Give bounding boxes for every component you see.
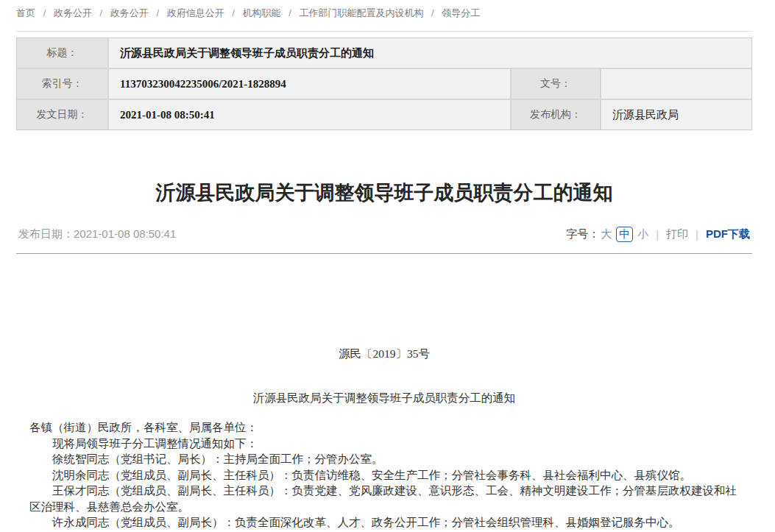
document-content: 源民〔2019〕35号 沂源县民政局关于调整领导班子成员职责分工的通知 各镇（街… — [16, 347, 752, 531]
breadcrumb-item-home[interactable]: 首页 — [16, 7, 35, 18]
pdf-download-button[interactable]: PDF下载 — [706, 227, 750, 241]
meta-index-label: 索引号： — [17, 69, 107, 99]
breadcrumb: 首页 / 政务公开 / 政务公开 / 政府信息公开 / 机构职能 / 工作部门职… — [16, 0, 752, 32]
paragraph: 各镇（街道）民政所，各科室、局属各单位： — [29, 419, 743, 436]
breadcrumb-item-zhengwu-1[interactable]: 政务公开 — [54, 7, 92, 18]
meta-title-value: 沂源县民政局关于调整领导班子成员职责分工的通知 — [109, 38, 751, 68]
toolbar-divider: | — [656, 228, 659, 241]
meta-index-value: 113703230042235006/2021-1828894 — [109, 69, 510, 99]
print-button[interactable]: 打印 — [666, 227, 688, 241]
article-toolbar: 字号： 大 中 小 | 打印 | PDF下载 — [566, 227, 750, 242]
breadcrumb-separator: / — [431, 7, 434, 18]
paragraph: 王保才同志（党组成员、副局长、主任科员）：负责党建、党风廉政建设、意识形态、工会… — [29, 483, 743, 514]
breadcrumb-separator: / — [289, 7, 291, 18]
paragraph: 现将局领导班子分工调整情况通知如下： — [29, 436, 743, 452]
document-meta-table: 标题： 沂源县民政局关于调整领导班子成员职责分工的通知 索引号： 1137032… — [16, 38, 752, 130]
breadcrumb-separator: / — [43, 7, 46, 18]
document-title: 沂源县民政局关于调整领导班子成员职责分工的通知 — [16, 391, 752, 405]
font-size-small-button[interactable]: 小 — [637, 227, 648, 241]
breadcrumb-item-functions[interactable]: 机构职能 — [243, 7, 281, 18]
meta-issue-date-label: 发文日期： — [17, 100, 107, 130]
paragraph: 许永成同志（党组成员、副局长）：负责全面深化改革、人才、政务公开工作；分管社会组… — [29, 514, 743, 531]
breadcrumb-separator: / — [232, 7, 235, 18]
breadcrumb-separator: / — [156, 7, 159, 18]
meta-issue-date-value: 2021-01-08 08:50:41 — [109, 100, 510, 130]
meta-title-label: 标题： — [17, 38, 107, 68]
meta-docnum-label: 文号： — [512, 69, 600, 99]
document-number: 源民〔2019〕35号 — [16, 347, 752, 361]
publish-date: 发布日期：2021-01-08 08:50:41 — [18, 227, 176, 241]
font-size-large-button[interactable]: 大 — [601, 227, 612, 241]
font-size-label: 字号： — [566, 227, 599, 241]
breadcrumb-item-info-disclosure[interactable]: 政府信息公开 — [167, 7, 224, 18]
article-meta-row: 发布日期：2021-01-08 08:50:41 字号： 大 中 小 | 打印 … — [16, 227, 752, 242]
paragraph: 沈明余同志（党组成员、副局长、主任科员）：负责信访维稳、安全生产工作；分管社会事… — [29, 467, 743, 483]
meta-agency-label: 发布机构： — [512, 100, 600, 130]
meta-agency-value: 沂源县民政局 — [601, 100, 751, 130]
font-size-medium-button[interactable]: 中 — [616, 227, 633, 242]
meta-docnum-value — [601, 69, 751, 99]
paragraph: 徐统智同志（党组书记、局长）：主持局全面工作；分管办公室。 — [29, 451, 743, 467]
horizontal-divider — [16, 253, 752, 254]
document-body: 各镇（街道）民政所，各科室、局属各单位： 现将局领导班子分工调整情况通知如下： … — [16, 419, 752, 531]
breadcrumb-item-zhengwu-2[interactable]: 政务公开 — [110, 7, 149, 18]
toolbar-divider: | — [696, 228, 698, 241]
breadcrumb-item-dept-config[interactable]: 工作部门职能配置及内设机构 — [299, 7, 423, 18]
page-title: 沂源县民政局关于调整领导班子成员职责分工的通知 — [16, 182, 752, 205]
breadcrumb-separator: / — [100, 7, 103, 18]
breadcrumb-item-leadership[interactable]: 领导分工 — [442, 7, 480, 18]
